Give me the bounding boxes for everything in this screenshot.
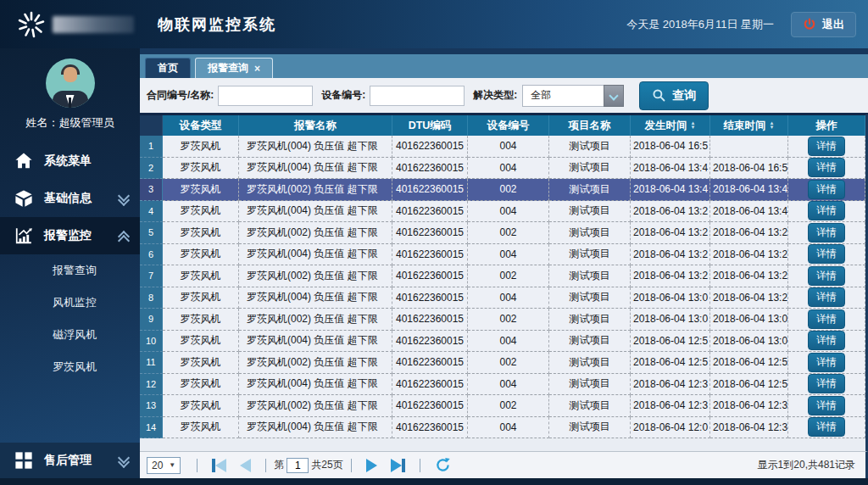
- detail-button[interactable]: 详情: [808, 201, 845, 220]
- redacted-logo-text: [53, 16, 134, 33]
- cell-num: 11: [140, 352, 163, 374]
- detail-button[interactable]: 详情: [808, 266, 845, 286]
- cell-start: 2018-06-04 13:2: [631, 265, 710, 287]
- detail-button[interactable]: 详情: [808, 374, 845, 393]
- sidebar-subitem[interactable]: 磁浮风机: [0, 319, 140, 351]
- cell-action: 详情: [788, 331, 865, 353]
- sort-icon[interactable]: [770, 121, 775, 130]
- cell-num: 7: [140, 265, 163, 287]
- starburst-logo-icon: [17, 10, 46, 39]
- detail-button[interactable]: 详情: [808, 396, 845, 415]
- sidebar-subitem[interactable]: 罗茨风机: [0, 351, 140, 383]
- cell-device: 004: [468, 136, 549, 158]
- detail-button[interactable]: 详情: [808, 223, 845, 242]
- sidebar-subitem[interactable]: 报警查询: [0, 254, 140, 287]
- table-row[interactable]: 6罗茨风机罗茨风机(004) 负压值 超下限401622360015004测试项…: [140, 244, 865, 266]
- page-size-select[interactable]: 20: [147, 457, 181, 474]
- table-row[interactable]: 7罗茨风机罗茨风机(002) 负压值 超下限401622360015002测试项…: [140, 265, 865, 287]
- table-row[interactable]: 3罗茨风机罗茨风机(002) 负压值 超下限401622360015002测试项…: [140, 179, 865, 201]
- cell-end: 2018-06-04 13:2: [710, 287, 788, 309]
- header-start-time-sortable[interactable]: 发生时间: [631, 115, 710, 136]
- table-row[interactable]: 10罗茨风机罗茨风机(004) 负压值 超下限401622360015004测试…: [140, 331, 865, 353]
- sidebar-item-basic-info[interactable]: 基础信息: [0, 180, 140, 217]
- sidebar-item-alarm-monitor[interactable]: 报警监控: [0, 217, 140, 254]
- cell-type: 罗茨风机: [163, 244, 239, 266]
- cell-project: 测试项目: [549, 158, 631, 180]
- cell-action: 详情: [788, 179, 865, 201]
- detail-button[interactable]: 详情: [808, 137, 845, 156]
- refresh-button[interactable]: [435, 457, 451, 473]
- prev-page-button[interactable]: [240, 459, 251, 472]
- cell-start: 2018-06-04 12:5: [631, 331, 710, 353]
- device-number-input[interactable]: [370, 86, 465, 106]
- cell-project: 测试项目: [549, 244, 631, 266]
- cell-dtu: 401622360015: [392, 287, 468, 309]
- table-row[interactable]: 12罗茨风机罗茨风机(004) 负压值 超下限401622360015004测试…: [140, 374, 865, 396]
- tab-alarm-query[interactable]: 报警查询 ×: [195, 58, 273, 78]
- divider: [197, 459, 198, 472]
- cell-alarm: 罗茨风机(002) 负压值 超下限: [239, 395, 392, 417]
- sidebar-item-aftersales[interactable]: 售后管理: [0, 443, 140, 478]
- table-row[interactable]: 1罗茨风机罗茨风机(004) 负压值 超下限401622360015004测试项…: [140, 136, 865, 158]
- detail-button[interactable]: 详情: [808, 417, 845, 437]
- select-dropdown-button[interactable]: [604, 85, 624, 107]
- cell-dtu: 401622360015: [392, 309, 468, 331]
- cell-num: 14: [140, 417, 163, 439]
- menu-label: 基础信息: [44, 191, 92, 206]
- sidebar-subitem[interactable]: 风机监控: [0, 287, 140, 319]
- cell-num: 2: [140, 158, 163, 180]
- cell-alarm: 罗茨风机(004) 负压值 超下限: [239, 374, 392, 396]
- detail-button[interactable]: 详情: [808, 331, 845, 350]
- detail-button[interactable]: 详情: [808, 309, 845, 329]
- cell-start: 2018-06-04 13:0: [631, 309, 710, 331]
- next-page-button[interactable]: [366, 459, 377, 472]
- last-page-button[interactable]: [391, 459, 405, 472]
- cell-device: 004: [468, 331, 549, 353]
- first-page-button[interactable]: [212, 459, 226, 472]
- table-row[interactable]: 5罗茨风机罗茨风机(002) 负压值 超下限401622360015002测试项…: [140, 222, 865, 244]
- table-row[interactable]: 13罗茨风机罗茨风机(002) 负压值 超下限401622360015002测试…: [140, 395, 865, 417]
- cell-project: 测试项目: [549, 179, 631, 201]
- main-area: 首页 报警查询 × 合同编号/名称: 设备编号: 解决类型: 全部: [140, 48, 868, 485]
- sort-icon[interactable]: [691, 121, 696, 130]
- solve-type-select[interactable]: 全部: [522, 85, 624, 107]
- cell-action: 详情: [788, 309, 865, 331]
- cell-type: 罗茨风机: [163, 179, 239, 201]
- page-suffix: 共25页: [311, 458, 342, 472]
- cell-device: 004: [468, 374, 549, 396]
- cell-action: 详情: [788, 136, 865, 158]
- detail-button[interactable]: 详情: [808, 158, 845, 177]
- detail-button[interactable]: 详情: [808, 287, 845, 307]
- contract-input[interactable]: [218, 86, 313, 106]
- table-row[interactable]: 4罗茨风机罗茨风机(004) 负压值 超下限401622360015004测试项…: [140, 201, 865, 223]
- table-row[interactable]: 14罗茨风机罗茨风机(004) 负压值 超下限401622360015004测试…: [140, 417, 865, 439]
- detail-button[interactable]: 详情: [808, 353, 845, 372]
- divider: [420, 459, 420, 472]
- detail-button[interactable]: 详情: [808, 180, 845, 199]
- cube-icon: [14, 189, 33, 208]
- header-project-name: 项目名称: [549, 115, 631, 136]
- tab-home[interactable]: 首页: [145, 58, 191, 78]
- table-row[interactable]: 9罗茨风机罗茨风机(002) 负压值 超下限401622360015002测试项…: [140, 309, 865, 331]
- cell-num: 3: [140, 179, 163, 201]
- cell-start: 2018-06-04 13:2: [631, 222, 710, 244]
- table-row[interactable]: 8罗茨风机罗茨风机(004) 负压值 超下限401622360015004测试项…: [140, 287, 865, 309]
- app-window: 物联网监控系统 今天是 2018年6月11日 星期一 退出 姓名：超级管理员: [0, 0, 868, 485]
- table-row[interactable]: 11罗茨风机罗茨风机(002) 负压值 超下限401622360015002测试…: [140, 352, 865, 374]
- close-icon[interactable]: ×: [254, 63, 260, 75]
- header-end-time-sortable[interactable]: 结束时间: [710, 115, 788, 136]
- page-number-input[interactable]: [287, 458, 309, 473]
- sidebar-item-system-menu[interactable]: 系统菜单: [0, 142, 140, 180]
- cell-action: 详情: [788, 287, 865, 309]
- cell-end: 2018-06-04 13:2: [710, 222, 788, 244]
- logout-button[interactable]: 退出: [791, 12, 856, 37]
- cell-device: 004: [468, 287, 549, 309]
- cell-alarm: 罗茨风机(002) 负压值 超下限: [239, 179, 392, 201]
- cell-action: 详情: [788, 158, 865, 180]
- cell-action: 详情: [788, 265, 865, 287]
- query-button[interactable]: 查询: [639, 81, 709, 110]
- detail-button[interactable]: 详情: [808, 244, 845, 264]
- contract-label: 合同编号/名称:: [147, 88, 214, 103]
- table-row[interactable]: 2罗茨风机罗茨风机(004) 负压值 超下限401622360015004测试项…: [140, 158, 865, 180]
- cell-action: 详情: [788, 222, 865, 244]
